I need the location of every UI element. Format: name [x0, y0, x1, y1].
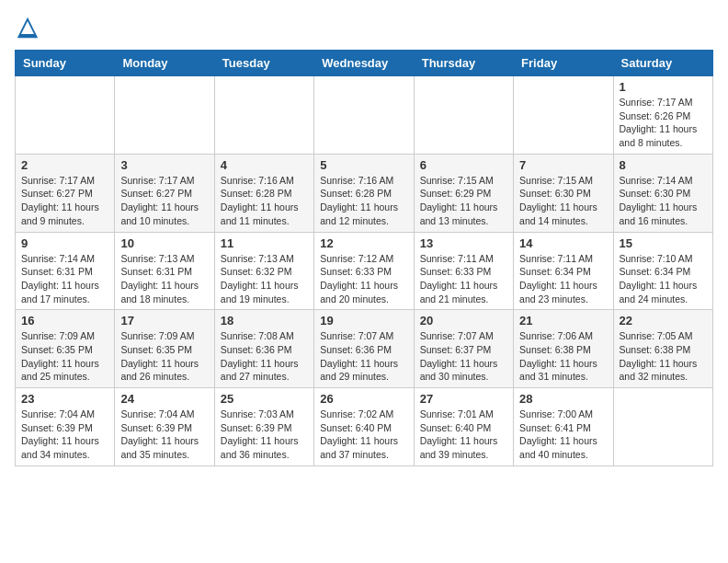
day-info: Sunrise: 7:07 AM Sunset: 6:37 PM Dayligh… — [420, 329, 507, 384]
logo — [15, 15, 44, 40]
calendar-cell — [514, 76, 613, 155]
day-number: 21 — [519, 314, 607, 327]
day-number: 2 — [21, 158, 108, 172]
day-number: 4 — [221, 158, 308, 172]
calendar-week-row: 23Sunrise: 7:04 AM Sunset: 6:39 PM Dayli… — [16, 388, 713, 466]
calendar-cell: 27Sunrise: 7:01 AM Sunset: 6:40 PM Dayli… — [414, 388, 513, 466]
day-number: 12 — [320, 236, 407, 250]
calendar-cell: 17Sunrise: 7:09 AM Sunset: 6:35 PM Dayli… — [115, 310, 214, 388]
calendar-cell: 4Sunrise: 7:16 AM Sunset: 6:28 PM Daylig… — [214, 154, 313, 232]
day-info: Sunrise: 7:09 AM Sunset: 6:35 PM Dayligh… — [21, 329, 108, 384]
day-number: 5 — [320, 158, 407, 172]
day-info: Sunrise: 7:03 AM Sunset: 6:39 PM Dayligh… — [221, 408, 308, 462]
day-number: 26 — [320, 392, 407, 406]
calendar-cell: 26Sunrise: 7:02 AM Sunset: 6:40 PM Dayli… — [314, 388, 414, 466]
calendar-cell: 10Sunrise: 7:13 AM Sunset: 6:31 PM Dayli… — [115, 232, 214, 310]
calendar-cell: 28Sunrise: 7:00 AM Sunset: 6:41 PM Dayli… — [514, 388, 613, 466]
calendar-cell: 15Sunrise: 7:10 AM Sunset: 6:34 PM Dayli… — [613, 232, 712, 310]
day-info: Sunrise: 7:14 AM Sunset: 6:30 PM Dayligh… — [620, 174, 707, 228]
day-info: Sunrise: 7:17 AM Sunset: 6:26 PM Dayligh… — [620, 96, 707, 150]
day-info: Sunrise: 7:15 AM Sunset: 6:30 PM Dayligh… — [519, 174, 607, 228]
column-header-friday: Friday — [514, 51, 613, 76]
calendar-header-row: SundayMondayTuesdayWednesdayThursdayFrid… — [16, 51, 713, 76]
day-number: 18 — [221, 314, 308, 327]
calendar-cell: 11Sunrise: 7:13 AM Sunset: 6:32 PM Dayli… — [214, 232, 313, 310]
day-number: 9 — [21, 236, 108, 250]
calendar-week-row: 2Sunrise: 7:17 AM Sunset: 6:27 PM Daylig… — [16, 154, 713, 232]
day-info: Sunrise: 7:01 AM Sunset: 6:40 PM Dayligh… — [420, 408, 507, 462]
calendar-cell: 18Sunrise: 7:08 AM Sunset: 6:36 PM Dayli… — [214, 310, 313, 388]
calendar-table: SundayMondayTuesdayWednesdayThursdayFrid… — [15, 50, 713, 466]
page-header — [15, 15, 713, 40]
day-info: Sunrise: 7:06 AM Sunset: 6:38 PM Dayligh… — [519, 329, 607, 384]
calendar-cell: 9Sunrise: 7:14 AM Sunset: 6:31 PM Daylig… — [16, 232, 115, 310]
day-number: 13 — [420, 236, 507, 250]
day-info: Sunrise: 7:02 AM Sunset: 6:40 PM Dayligh… — [320, 408, 407, 462]
calendar-cell: 14Sunrise: 7:11 AM Sunset: 6:34 PM Dayli… — [514, 232, 613, 310]
day-number: 25 — [221, 392, 308, 406]
calendar-cell: 19Sunrise: 7:07 AM Sunset: 6:36 PM Dayli… — [314, 310, 414, 388]
day-info: Sunrise: 7:14 AM Sunset: 6:31 PM Dayligh… — [21, 252, 108, 306]
day-number: 27 — [420, 392, 507, 406]
logo-icon — [15, 15, 40, 40]
day-number: 28 — [519, 392, 607, 406]
day-number: 10 — [120, 236, 208, 250]
day-info: Sunrise: 7:11 AM Sunset: 6:33 PM Dayligh… — [420, 252, 507, 306]
day-info: Sunrise: 7:07 AM Sunset: 6:36 PM Dayligh… — [320, 329, 407, 384]
day-info: Sunrise: 7:17 AM Sunset: 6:27 PM Dayligh… — [21, 174, 108, 228]
day-info: Sunrise: 7:04 AM Sunset: 6:39 PM Dayligh… — [120, 408, 208, 462]
day-info: Sunrise: 7:09 AM Sunset: 6:35 PM Dayligh… — [120, 329, 208, 384]
day-number: 14 — [519, 236, 607, 250]
day-number: 23 — [21, 392, 108, 406]
day-number: 8 — [620, 158, 707, 172]
calendar-cell: 5Sunrise: 7:16 AM Sunset: 6:28 PM Daylig… — [314, 154, 414, 232]
calendar-week-row: 9Sunrise: 7:14 AM Sunset: 6:31 PM Daylig… — [16, 232, 713, 310]
day-number: 3 — [120, 158, 208, 172]
calendar-cell: 12Sunrise: 7:12 AM Sunset: 6:33 PM Dayli… — [314, 232, 414, 310]
calendar-cell: 13Sunrise: 7:11 AM Sunset: 6:33 PM Dayli… — [414, 232, 513, 310]
calendar-cell — [214, 76, 313, 155]
calendar-cell — [414, 76, 513, 155]
day-number: 16 — [21, 314, 108, 327]
day-number: 1 — [620, 80, 707, 94]
calendar-cell: 6Sunrise: 7:15 AM Sunset: 6:29 PM Daylig… — [414, 154, 513, 232]
calendar-cell: 25Sunrise: 7:03 AM Sunset: 6:39 PM Dayli… — [214, 388, 313, 466]
calendar-cell: 24Sunrise: 7:04 AM Sunset: 6:39 PM Dayli… — [115, 388, 214, 466]
calendar-cell: 23Sunrise: 7:04 AM Sunset: 6:39 PM Dayli… — [16, 388, 115, 466]
day-info: Sunrise: 7:16 AM Sunset: 6:28 PM Dayligh… — [320, 174, 407, 228]
column-header-sunday: Sunday — [16, 51, 115, 76]
calendar-cell: 7Sunrise: 7:15 AM Sunset: 6:30 PM Daylig… — [514, 154, 613, 232]
day-info: Sunrise: 7:16 AM Sunset: 6:28 PM Dayligh… — [221, 174, 308, 228]
calendar-cell — [613, 388, 712, 466]
calendar-week-row: 16Sunrise: 7:09 AM Sunset: 6:35 PM Dayli… — [16, 310, 713, 388]
column-header-monday: Monday — [115, 51, 214, 76]
day-number: 24 — [120, 392, 208, 406]
day-number: 6 — [420, 158, 507, 172]
day-number: 11 — [221, 236, 308, 250]
calendar-cell: 22Sunrise: 7:05 AM Sunset: 6:38 PM Dayli… — [613, 310, 712, 388]
calendar-cell — [314, 76, 414, 155]
calendar-week-row: 1Sunrise: 7:17 AM Sunset: 6:26 PM Daylig… — [16, 76, 713, 155]
day-info: Sunrise: 7:10 AM Sunset: 6:34 PM Dayligh… — [620, 252, 707, 306]
column-header-tuesday: Tuesday — [214, 51, 313, 76]
calendar-cell: 20Sunrise: 7:07 AM Sunset: 6:37 PM Dayli… — [414, 310, 513, 388]
day-info: Sunrise: 7:13 AM Sunset: 6:32 PM Dayligh… — [221, 252, 308, 306]
day-info: Sunrise: 7:11 AM Sunset: 6:34 PM Dayligh… — [519, 252, 607, 306]
calendar-cell: 3Sunrise: 7:17 AM Sunset: 6:27 PM Daylig… — [115, 154, 214, 232]
day-info: Sunrise: 7:05 AM Sunset: 6:38 PM Dayligh… — [620, 329, 707, 384]
calendar-cell — [115, 76, 214, 155]
column-header-thursday: Thursday — [414, 51, 513, 76]
day-info: Sunrise: 7:04 AM Sunset: 6:39 PM Dayligh… — [21, 408, 108, 462]
calendar-cell: 21Sunrise: 7:06 AM Sunset: 6:38 PM Dayli… — [514, 310, 613, 388]
day-info: Sunrise: 7:15 AM Sunset: 6:29 PM Dayligh… — [420, 174, 507, 228]
day-number: 15 — [620, 236, 707, 250]
column-header-wednesday: Wednesday — [314, 51, 414, 76]
day-number: 19 — [320, 314, 407, 327]
day-info: Sunrise: 7:08 AM Sunset: 6:36 PM Dayligh… — [221, 329, 308, 384]
day-info: Sunrise: 7:17 AM Sunset: 6:27 PM Dayligh… — [120, 174, 208, 228]
calendar-cell: 16Sunrise: 7:09 AM Sunset: 6:35 PM Dayli… — [16, 310, 115, 388]
calendar-cell: 1Sunrise: 7:17 AM Sunset: 6:26 PM Daylig… — [613, 76, 712, 155]
calendar-cell: 2Sunrise: 7:17 AM Sunset: 6:27 PM Daylig… — [16, 154, 115, 232]
column-header-saturday: Saturday — [613, 51, 712, 76]
day-number: 20 — [420, 314, 507, 327]
